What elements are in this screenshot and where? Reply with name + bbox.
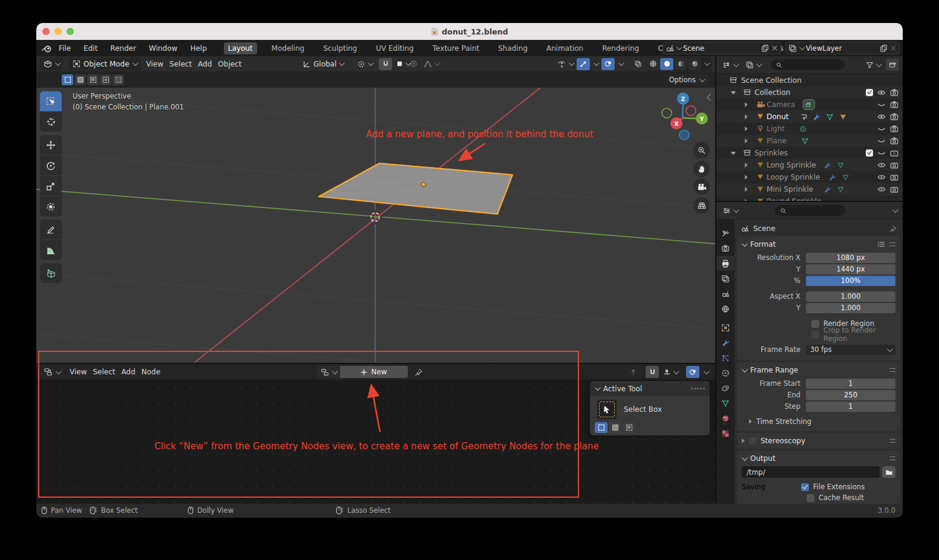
render-region-checkbox[interactable] bbox=[811, 320, 819, 328]
expand-icon[interactable] bbox=[745, 187, 748, 192]
resolution-x-field[interactable]: 1080 px bbox=[806, 253, 895, 263]
tab-texture-properties[interactable] bbox=[716, 426, 735, 441]
shading-wireframe-button[interactable] bbox=[646, 58, 659, 70]
modifier-wrench-icon[interactable] bbox=[813, 113, 820, 121]
time-stretching-row[interactable]: Time Stretching bbox=[749, 417, 895, 426]
tab-tool-properties[interactable] bbox=[716, 226, 735, 241]
mesh-data-icon[interactable] bbox=[837, 186, 845, 194]
expand-icon[interactable] bbox=[745, 199, 748, 201]
tab-rendering[interactable]: Rendering bbox=[598, 42, 643, 54]
expand-icon[interactable] bbox=[731, 91, 736, 94]
animate-decorator-icon[interactable] bbox=[889, 243, 895, 246]
tab-modifier-properties[interactable] bbox=[716, 335, 735, 350]
pivot-point-dropdown[interactable] bbox=[355, 58, 375, 70]
frame-end-field[interactable]: 250 bbox=[806, 390, 895, 400]
visible-eye-icon[interactable] bbox=[877, 113, 886, 120]
pan-view-button[interactable] bbox=[693, 161, 710, 177]
gizmo-neg-x[interactable] bbox=[686, 106, 696, 116]
outliner-filter-button[interactable] bbox=[863, 59, 883, 71]
frame-start-field[interactable]: 1 bbox=[806, 379, 895, 389]
pin-icon[interactable] bbox=[889, 225, 897, 233]
tab-particle-properties[interactable] bbox=[716, 350, 735, 365]
node-overlays-caret-btn[interactable] bbox=[701, 366, 710, 378]
animate-decorator-icon[interactable] bbox=[889, 439, 895, 443]
outliner-row-camera[interactable]: Camera bbox=[716, 99, 903, 111]
node-snap-target-dropdown[interactable] bbox=[661, 366, 680, 378]
outliner-row-scene-collection[interactable]: Scene Collection bbox=[716, 74, 903, 86]
new-viewlayer-icon[interactable] bbox=[880, 44, 888, 52]
exclude-checkbox[interactable] bbox=[866, 149, 873, 157]
output-path-field[interactable]: /tmp/ bbox=[742, 466, 880, 478]
expand-icon[interactable] bbox=[745, 114, 748, 119]
shading-rendered-button[interactable] bbox=[688, 58, 701, 70]
geometry-nodes-data-icon[interactable] bbox=[826, 113, 834, 121]
go-parent-tree-button[interactable] bbox=[626, 366, 640, 378]
light-data-icon[interactable] bbox=[799, 125, 807, 133]
render-disabled-icon[interactable] bbox=[890, 149, 898, 157]
animate-decorator-icon[interactable] bbox=[889, 457, 895, 460]
node-overlays-toggle[interactable] bbox=[686, 366, 699, 378]
outliner-search-field[interactable] bbox=[771, 59, 845, 70]
exclude-checkbox[interactable] bbox=[866, 89, 873, 96]
node-editor-type-button[interactable] bbox=[40, 366, 64, 378]
select-mode-invert[interactable] bbox=[100, 74, 111, 85]
object-visibility-dropdown[interactable] bbox=[555, 58, 575, 70]
shading-material-button[interactable] bbox=[674, 58, 687, 70]
tool-select-box[interactable] bbox=[40, 91, 62, 111]
frame-rate-dropdown[interactable]: 30 fps bbox=[806, 345, 895, 355]
disable-render-icon[interactable] bbox=[890, 137, 898, 145]
expand-icon[interactable] bbox=[745, 175, 748, 180]
scene-selector[interactable]: Scene bbox=[663, 42, 781, 54]
visible-eye-icon[interactable] bbox=[877, 186, 886, 193]
zoom-view-button[interactable] bbox=[693, 142, 710, 158]
viewlayer-selector[interactable]: ViewLayer bbox=[785, 42, 900, 54]
options-button[interactable]: Options bbox=[664, 74, 709, 86]
menu-help[interactable]: Help bbox=[190, 44, 206, 53]
tool-scale[interactable] bbox=[40, 176, 62, 196]
hidden-eye-icon[interactable] bbox=[877, 101, 886, 108]
tab-data-properties[interactable] bbox=[716, 396, 735, 411]
tab-texture-paint[interactable]: Texture Paint bbox=[428, 42, 483, 54]
mesh-data-icon[interactable] bbox=[837, 161, 845, 169]
mesh-data-icon[interactable] bbox=[839, 113, 847, 121]
tool-rotate[interactable] bbox=[40, 155, 62, 175]
nav-gizmo[interactable]: Z Y X bbox=[662, 93, 708, 140]
node-menu-add[interactable]: Add bbox=[122, 368, 136, 376]
outliner-row-plane[interactable]: Plane bbox=[716, 135, 903, 147]
tool-cursor[interactable] bbox=[40, 112, 62, 132]
expand-icon[interactable] bbox=[731, 152, 736, 155]
visible-eye-icon[interactable] bbox=[877, 161, 886, 169]
frame-range-header[interactable]: Frame Range bbox=[742, 365, 895, 376]
cache-result-checkbox[interactable] bbox=[806, 494, 814, 502]
remove-viewlayer-icon[interactable] bbox=[890, 45, 897, 51]
select-mode-intersect[interactable] bbox=[113, 74, 124, 85]
disable-render-icon[interactable] bbox=[890, 174, 898, 181]
tab-sculpting[interactable]: Sculpting bbox=[319, 42, 361, 54]
new-scene-icon[interactable] bbox=[761, 44, 769, 52]
tool-annotate[interactable] bbox=[40, 220, 62, 239]
falloff-dropdown[interactable] bbox=[420, 58, 441, 70]
mesh-data-icon[interactable] bbox=[801, 137, 809, 145]
outliner-row-loopy-sprinkle[interactable]: Loopy Sprinkle bbox=[716, 171, 903, 183]
animate-decorator-icon[interactable] bbox=[889, 368, 895, 372]
proportional-edit-toggle[interactable] bbox=[407, 58, 420, 70]
viewport-menu-object[interactable]: Object bbox=[218, 60, 241, 68]
expand-icon[interactable] bbox=[745, 163, 748, 168]
show-overlays-toggle[interactable] bbox=[601, 58, 615, 70]
modifier-wrench-icon[interactable] bbox=[828, 174, 836, 181]
browse-folder-button[interactable] bbox=[882, 466, 895, 478]
tab-uv-editing[interactable]: UV Editing bbox=[371, 42, 418, 54]
tab-world-properties[interactable] bbox=[716, 301, 735, 316]
tab-object-properties[interactable] bbox=[716, 320, 735, 335]
hidden-eye-icon[interactable] bbox=[877, 137, 886, 145]
viewport-canvas[interactable]: Z Y X User Perspective (0) Scene Collect… bbox=[36, 88, 715, 363]
tab-render-properties[interactable] bbox=[716, 241, 735, 256]
tool-mode-subtract[interactable] bbox=[623, 422, 635, 433]
pin-icon[interactable] bbox=[414, 368, 423, 377]
unlink-scene-icon[interactable] bbox=[771, 45, 778, 51]
tab-material-properties[interactable] bbox=[716, 411, 735, 426]
new-collection-button[interactable] bbox=[886, 59, 899, 71]
disable-render-icon[interactable] bbox=[890, 89, 898, 96]
mesh-data-icon[interactable] bbox=[842, 174, 849, 181]
expand-icon[interactable] bbox=[745, 102, 748, 107]
